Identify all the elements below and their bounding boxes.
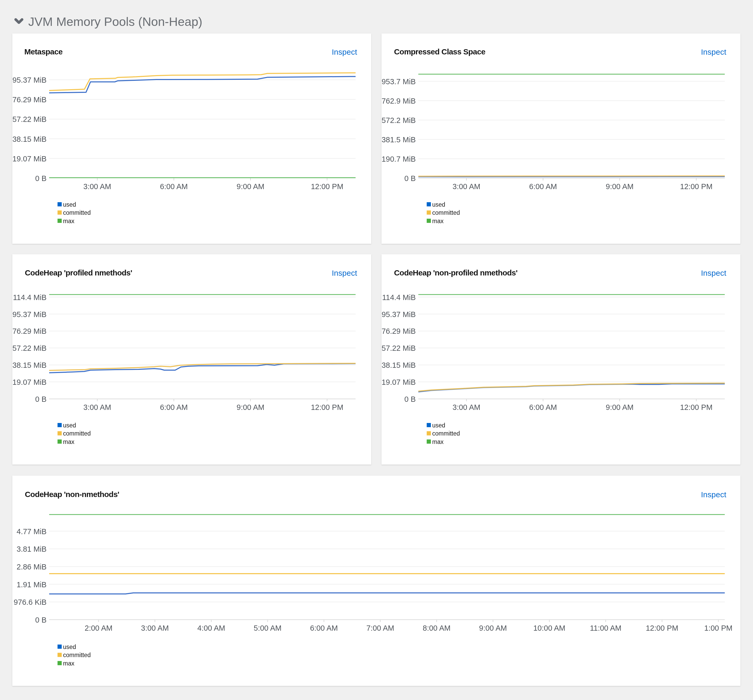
svg-text:4:00 AM: 4:00 AM (197, 624, 225, 632)
svg-text:9:00 AM: 9:00 AM (606, 403, 633, 411)
svg-text:76.29 MiB: 76.29 MiB (12, 95, 47, 104)
svg-text:76.29 MiB: 76.29 MiB (12, 327, 47, 335)
svg-text:max: max (63, 218, 75, 225)
svg-text:95.37 MiB: 95.37 MiB (12, 76, 47, 84)
svg-text:0 B: 0 B (35, 616, 47, 624)
svg-text:3:00 AM: 3:00 AM (83, 182, 111, 191)
svg-text:19.07 MiB: 19.07 MiB (12, 155, 47, 163)
svg-text:8:00 AM: 8:00 AM (423, 624, 451, 632)
svg-text:114.4 MiB: 114.4 MiB (13, 293, 47, 302)
svg-text:95.37 MiB: 95.37 MiB (382, 310, 416, 319)
svg-text:0 B: 0 B (35, 395, 47, 403)
svg-text:11:00 AM: 11:00 AM (590, 624, 621, 632)
svg-text:114.4 MiB: 114.4 MiB (382, 293, 416, 302)
svg-text:9:00 AM: 9:00 AM (606, 182, 633, 191)
svg-text:committed: committed (63, 430, 91, 437)
svg-text:38.15 MiB: 38.15 MiB (382, 361, 416, 369)
svg-text:committed: committed (63, 209, 91, 216)
svg-text:6:00 AM: 6:00 AM (160, 403, 188, 411)
svg-text:762.9 MiB: 762.9 MiB (382, 97, 416, 105)
svg-text:7:00 AM: 7:00 AM (366, 624, 394, 632)
svg-text:used: used (432, 422, 445, 429)
svg-text:used: used (63, 422, 76, 429)
svg-text:12:00 PM: 12:00 PM (311, 182, 343, 191)
svg-text:committed: committed (63, 652, 91, 658)
svg-text:9:00 AM: 9:00 AM (237, 182, 264, 191)
svg-text:max: max (63, 438, 75, 445)
svg-text:3.81 MiB: 3.81 MiB (17, 545, 47, 553)
svg-text:10:00 AM: 10:00 AM (533, 624, 566, 632)
svg-text:0 B: 0 B (404, 174, 416, 183)
svg-text:38.15 MiB: 38.15 MiB (12, 361, 47, 369)
svg-text:76.29 MiB: 76.29 MiB (382, 327, 416, 335)
svg-text:19.07 MiB: 19.07 MiB (382, 378, 416, 386)
svg-text:953.7 MiB: 953.7 MiB (382, 77, 416, 86)
svg-text:1:00 PM: 1:00 PM (705, 624, 733, 632)
svg-text:6:00 AM: 6:00 AM (310, 624, 338, 632)
svg-text:used: used (63, 201, 76, 208)
svg-text:19.07 MiB: 19.07 MiB (12, 378, 47, 386)
svg-text:2.86 MiB: 2.86 MiB (17, 562, 47, 571)
svg-text:max: max (63, 660, 75, 667)
svg-text:6:00 AM: 6:00 AM (160, 182, 188, 191)
svg-text:190.7 MiB: 190.7 MiB (382, 155, 416, 163)
svg-text:max: max (432, 438, 444, 445)
svg-text:3:00 AM: 3:00 AM (83, 403, 111, 411)
svg-text:6:00 AM: 6:00 AM (529, 403, 557, 411)
svg-text:0 B: 0 B (404, 395, 416, 403)
svg-text:12:00 PM: 12:00 PM (680, 403, 712, 411)
svg-text:3:00 AM: 3:00 AM (141, 624, 168, 632)
svg-text:57.22 MiB: 57.22 MiB (12, 344, 47, 352)
svg-text:12:00 PM: 12:00 PM (311, 403, 343, 411)
svg-text:0 B: 0 B (35, 174, 47, 183)
svg-text:12:00 PM: 12:00 PM (680, 182, 712, 191)
svg-text:3:00 AM: 3:00 AM (452, 182, 480, 191)
svg-text:4.77 MiB: 4.77 MiB (17, 527, 47, 536)
svg-text:57.22 MiB: 57.22 MiB (382, 344, 416, 352)
svg-text:12:00 PM: 12:00 PM (646, 624, 678, 632)
svg-text:6:00 AM: 6:00 AM (529, 182, 557, 191)
svg-text:38.15 MiB: 38.15 MiB (12, 135, 47, 143)
svg-text:95.37 MiB: 95.37 MiB (12, 310, 47, 319)
svg-text:1.91 MiB: 1.91 MiB (17, 580, 47, 589)
svg-text:57.22 MiB: 57.22 MiB (12, 115, 47, 123)
svg-text:976.6 KiB: 976.6 KiB (14, 598, 47, 606)
svg-text:572.2 MiB: 572.2 MiB (382, 116, 416, 125)
svg-text:9:00 AM: 9:00 AM (237, 403, 264, 411)
svg-text:used: used (432, 201, 445, 208)
svg-text:381.5 MiB: 381.5 MiB (382, 136, 416, 144)
svg-text:max: max (432, 218, 444, 225)
svg-text:committed: committed (432, 209, 460, 216)
svg-text:2:00 AM: 2:00 AM (85, 624, 112, 632)
svg-text:committed: committed (432, 430, 460, 437)
svg-text:5:00 AM: 5:00 AM (254, 624, 281, 632)
svg-text:9:00 AM: 9:00 AM (479, 624, 507, 632)
svg-text:used: used (63, 644, 76, 650)
svg-text:3:00 AM: 3:00 AM (452, 403, 480, 411)
